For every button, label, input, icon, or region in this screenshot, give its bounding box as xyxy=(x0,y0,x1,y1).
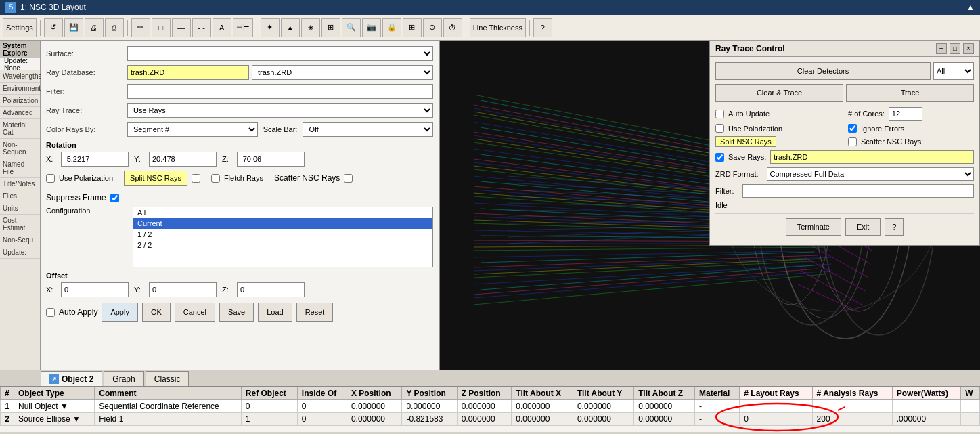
cell-tilt-x-1[interactable]: 0.000000 xyxy=(512,400,573,413)
rotation-z-input[interactable] xyxy=(237,152,305,167)
zrd-format-select[interactable]: Compressed Full Data xyxy=(767,167,974,181)
cell-layout-rays-1[interactable] xyxy=(740,400,812,413)
camera-button[interactable]: 📷 xyxy=(362,18,381,37)
rtc-filter-input[interactable] xyxy=(742,184,975,198)
cell-y-pos-1[interactable]: 0.000000 xyxy=(402,400,457,413)
trace-button[interactable]: Trace xyxy=(846,84,974,102)
split-nsc-checkbox[interactable] xyxy=(192,174,200,183)
link-button[interactable]: ⊙ xyxy=(423,18,442,37)
pencil-button[interactable]: ✏ xyxy=(131,18,150,37)
col-header-layout-rays[interactable]: # Layout Rays xyxy=(740,387,812,400)
save-settings-button[interactable]: Save xyxy=(219,303,254,322)
col-header-tilt-y[interactable]: Tilt About Y xyxy=(573,387,633,400)
configuration-list[interactable]: All Current 1 / 2 2 / 2 xyxy=(133,207,433,267)
text-button[interactable]: A xyxy=(213,18,231,37)
save-rays-checkbox[interactable] xyxy=(715,153,724,162)
cell-x-pos-2[interactable]: 0.000000 xyxy=(347,413,401,426)
cell-w-1[interactable] xyxy=(961,400,980,413)
col-header-power-watts[interactable]: Power(Watts) xyxy=(892,387,960,400)
tab-classic[interactable]: Classic xyxy=(146,371,190,386)
col-header-x-position[interactable]: X Position xyxy=(347,387,401,400)
rect-button[interactable]: □ xyxy=(152,18,171,37)
sidebar-item-named-file[interactable]: Named File xyxy=(0,158,40,178)
sidebar-item-cost-estimat[interactable]: Cost Estimat xyxy=(0,215,40,234)
ok-button[interactable]: OK xyxy=(142,303,171,322)
cell-material-2[interactable]: - xyxy=(694,413,739,426)
col-header-ref-object[interactable]: Ref Object xyxy=(241,387,297,400)
ray-database-select[interactable]: trash.ZRD xyxy=(252,65,433,80)
cell-comment-2[interactable]: Field 1 xyxy=(95,413,242,426)
cell-tilt-z-2[interactable]: 0.000000 xyxy=(634,413,695,426)
panel-close-button[interactable]: × xyxy=(963,43,974,54)
sidebar-item-non-sequ2[interactable]: Non-Sequ xyxy=(0,234,40,246)
exit-button[interactable]: Exit xyxy=(845,218,881,236)
sidebar-item-non-sequen[interactable]: Non-Sequen xyxy=(0,139,40,158)
cell-tilt-x-2[interactable]: 0.000000 xyxy=(512,413,573,426)
col-header-analysis-rays[interactable]: # Analysis Rays xyxy=(812,387,892,400)
ray-database-input[interactable] xyxy=(127,65,249,80)
help-button[interactable]: ? xyxy=(533,18,552,37)
ray-trace-select[interactable]: Use Rays xyxy=(127,103,433,118)
cell-power-watts-2[interactable]: .000000 xyxy=(892,413,960,426)
rotation-y-input[interactable] xyxy=(149,152,217,167)
save-rays-input[interactable] xyxy=(770,150,974,164)
filter-input[interactable] xyxy=(127,84,433,99)
rtc-use-polarization-checkbox[interactable] xyxy=(715,124,724,133)
settings-button[interactable]: Settings xyxy=(3,18,37,37)
config-1-2[interactable]: 1 / 2 xyxy=(133,229,432,240)
cell-analysis-rays-2[interactable]: 200 xyxy=(812,413,892,426)
cell-y-pos-2[interactable]: -0.821583 xyxy=(402,413,457,426)
surface-select[interactable] xyxy=(127,46,433,61)
col-header-z-position[interactable]: Z Position xyxy=(457,387,512,400)
cell-w-2[interactable] xyxy=(961,413,980,426)
save-button[interactable]: 💾 xyxy=(64,18,83,37)
cell-ref-object-2[interactable]: 1 xyxy=(241,413,297,426)
config-all[interactable]: All xyxy=(133,207,432,218)
auto-update-checkbox[interactable] xyxy=(715,110,724,118)
rotation-x-input[interactable] xyxy=(61,152,129,167)
clear-trace-button[interactable]: Clear & Trace xyxy=(715,84,843,102)
col-header-w[interactable]: W xyxy=(961,387,980,400)
col-header-inside-of[interactable]: Inside Of xyxy=(297,387,347,400)
use-polarization-checkbox[interactable] xyxy=(46,174,55,183)
cell-ref-object-1[interactable]: 0 xyxy=(241,400,297,413)
col-header-comment[interactable]: Comment xyxy=(95,387,242,400)
reset-button[interactable]: Reset xyxy=(296,303,334,322)
cell-object-type-1[interactable]: Null Object ▼ xyxy=(14,400,95,413)
cell-inside-of-1[interactable]: 0 xyxy=(297,400,347,413)
sidebar-item-material-cat[interactable]: Material Cat xyxy=(0,119,40,139)
col-header-y-position[interactable]: Y Position xyxy=(402,387,457,400)
sidebar-item-units[interactable]: Units xyxy=(0,202,40,215)
tab-graph[interactable]: Graph xyxy=(104,371,143,386)
scatter-nsc-checkbox[interactable] xyxy=(848,137,857,146)
tool3-button[interactable]: ◈ xyxy=(301,18,320,37)
scale-bar-select[interactable]: Off xyxy=(303,122,433,137)
cell-z-pos-1[interactable]: 0.000000 xyxy=(457,400,512,413)
num-cores-input[interactable] xyxy=(889,107,922,121)
cell-layout-rays-2[interactable]: 0 xyxy=(740,413,812,426)
panel-minimize-button[interactable]: − xyxy=(936,43,947,54)
sidebar-item-environment[interactable]: Environment xyxy=(0,83,40,95)
load-button[interactable]: Load xyxy=(258,303,292,322)
refresh-button[interactable]: ↺ xyxy=(44,18,63,37)
all-dropdown[interactable]: All xyxy=(933,62,974,80)
window-maximize-icon[interactable]: ▲ xyxy=(966,3,975,12)
cell-material-1[interactable]: - xyxy=(694,400,739,413)
offset-z-input[interactable] xyxy=(237,282,305,297)
config-current[interactable]: Current xyxy=(133,218,432,229)
cell-tilt-y-2[interactable]: 0.000000 xyxy=(573,413,633,426)
cell-object-type-2[interactable]: Source Ellipse ▼ xyxy=(14,413,95,426)
rtc-help-button[interactable]: ? xyxy=(885,218,904,236)
scatter-nsc-checkbox[interactable] xyxy=(344,174,353,183)
rtc-split-nsc-button[interactable]: Split NSC Rays xyxy=(715,136,776,147)
sidebar-item-title-notes[interactable]: Title/Notes xyxy=(0,178,40,190)
cell-inside-of-2[interactable]: 0 xyxy=(297,413,347,426)
clock-button[interactable]: ⏱ xyxy=(443,18,462,37)
cell-analysis-rays-1[interactable] xyxy=(812,400,892,413)
apply-button[interactable]: Apply xyxy=(102,303,138,322)
col-header-material[interactable]: Material xyxy=(694,387,739,400)
sidebar-item-files[interactable]: Files xyxy=(0,190,40,202)
printer2-button[interactable]: ⎙ xyxy=(105,18,124,37)
sidebar-item-wavelengths[interactable]: Wavelengths xyxy=(0,70,40,83)
terminate-button[interactable]: Terminate xyxy=(786,218,841,236)
